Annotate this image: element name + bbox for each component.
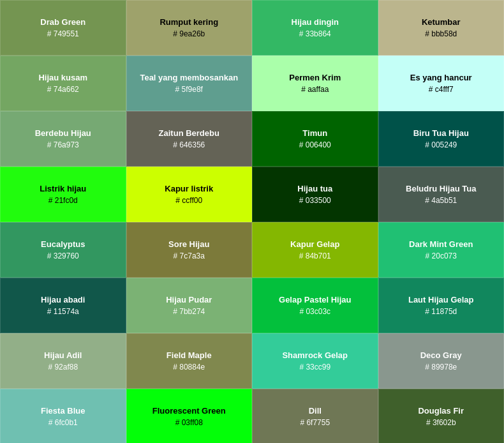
color-name: Es yang hancur [410, 73, 472, 83]
color-name: Teal yang membosankan [140, 73, 238, 83]
color-name: Deco Gray [420, 350, 462, 361]
color-name: Kapur Gelap [290, 239, 339, 250]
color-hex: # 03c03c [299, 307, 330, 316]
color-cell[interactable]: Laut Hijau Gelap# 11875d [378, 278, 505, 333]
color-cell[interactable]: Biru Tua Hijau# 005249 [378, 111, 505, 167]
color-cell[interactable]: Timun# 006400 [252, 111, 378, 167]
color-hex: # 80884e [173, 363, 205, 372]
color-hex: # 7c7a3a [174, 252, 205, 260]
color-name: Kapur listrik [165, 184, 213, 194]
color-name: Drab Green [40, 17, 85, 27]
color-name: Zaitun Berdebu [159, 128, 219, 139]
color-name: Gelap Pastel Hijau [279, 295, 351, 305]
color-name: Timun [302, 128, 327, 139]
color-hex: # 6fc0b1 [48, 418, 78, 427]
color-cell[interactable]: Sore Hijau# 7c7a3a [126, 222, 253, 278]
color-name: Permen Krim [289, 73, 341, 83]
color-cell[interactable]: Hijau kusam# 74a662 [0, 56, 126, 111]
color-cell[interactable]: Hijau Adil# 92af88 [0, 333, 126, 389]
color-hex: # 005249 [425, 140, 457, 149]
color-cell[interactable]: Hijau abadi# 11574a [0, 278, 126, 333]
color-name: Hijau Pudar [166, 295, 212, 305]
color-hex: # 76a973 [47, 140, 79, 149]
color-name: Eucalyptus [41, 239, 85, 250]
color-cell[interactable]: Kapur listrik# ccff00 [126, 167, 253, 222]
color-name: Berdebu Hijau [35, 128, 91, 139]
color-hex: # 92af88 [48, 363, 78, 372]
color-cell[interactable]: Kapur Gelap# 84b701 [252, 222, 378, 278]
color-cell[interactable]: Fiesta Blue# 6fc0b1 [0, 389, 126, 443]
color-cell[interactable]: Drab Green# 749551 [0, 0, 126, 56]
color-hex: # 646356 [173, 140, 205, 149]
color-name: Douglas Fir [418, 406, 464, 416]
color-name: Fluorescent Green [152, 406, 226, 416]
color-cell[interactable]: Shamrock Gelap# 33cc99 [252, 333, 378, 389]
color-hex: # 20c073 [426, 252, 457, 260]
color-cell[interactable]: Fluorescent Green# 03ff08 [126, 389, 253, 443]
color-name: Rumput kering [159, 17, 218, 27]
color-name: Hijau abadi [41, 295, 85, 305]
color-hex: # 3f602b [426, 418, 456, 427]
color-name: Dill [309, 406, 322, 416]
color-name: Biru Tua Hijau [413, 128, 469, 139]
color-hex: # 33b864 [299, 29, 331, 38]
color-hex: # 033500 [299, 196, 331, 205]
color-name: Listrik hijau [40, 184, 86, 194]
color-hex: # 329760 [47, 252, 79, 260]
color-name: Hijau Adil [44, 350, 82, 361]
color-hex: # c4fff7 [429, 85, 454, 94]
color-cell[interactable]: Dark Mint Green# 20c073 [378, 222, 505, 278]
color-cell[interactable]: Permen Krim# aaffaa [252, 56, 378, 111]
color-name: Hijau tua [297, 184, 332, 194]
color-name: Hijau kusam [38, 73, 87, 83]
color-cell[interactable]: Deco Gray# 89978e [378, 333, 505, 389]
color-hex: # 03ff08 [175, 418, 203, 427]
color-cell[interactable]: Beludru Hijau Tua# 4a5b51 [378, 167, 505, 222]
color-name: Sore Hijau [168, 239, 209, 250]
color-cell[interactable]: Zaitun Berdebu# 646356 [126, 111, 253, 167]
color-cell[interactable]: Hijau tua# 033500 [252, 167, 378, 222]
color-hex: # 006400 [299, 140, 331, 149]
color-hex: # aaffaa [301, 85, 329, 94]
color-hex: # 11875d [425, 307, 457, 316]
color-hex: # 749551 [47, 29, 79, 38]
color-hex: # 74a662 [47, 85, 79, 94]
color-hex: # bbb58d [425, 29, 457, 38]
color-hex: # 11574a [47, 307, 79, 316]
color-hex: # 7bb274 [173, 307, 205, 316]
color-name: Shamrock Gelap [282, 350, 348, 361]
color-hex: # 84b701 [299, 252, 331, 260]
color-hex: # ccff00 [175, 196, 202, 205]
color-hex: # 6f7755 [300, 418, 330, 427]
color-name: Beludru Hijau Tua [406, 184, 476, 194]
color-cell[interactable]: Gelap Pastel Hijau# 03c03c [252, 278, 378, 333]
color-cell[interactable]: Dill# 6f7755 [252, 389, 378, 443]
color-hex: # 4a5b51 [425, 196, 457, 205]
color-hex: # 33cc99 [299, 363, 330, 372]
color-cell[interactable]: Douglas Fir# 3f602b [378, 389, 505, 443]
color-name: Fiesta Blue [41, 406, 85, 416]
color-cell[interactable]: Teal yang membosankan# 5f9e8f [126, 56, 253, 111]
color-name: Field Maple [167, 350, 212, 361]
color-cell[interactable]: Ketumbar# bbb58d [378, 0, 505, 56]
color-hex: # 21fc0d [48, 196, 78, 205]
color-hex: # 89978e [425, 363, 457, 372]
color-cell[interactable]: Listrik hijau# 21fc0d [0, 167, 126, 222]
color-name: Dark Mint Green [409, 239, 473, 250]
color-hex: # 9ea26b [173, 29, 205, 38]
color-cell[interactable]: Hijau dingin# 33b864 [252, 0, 378, 56]
color-name: Ketumbar [422, 17, 461, 27]
color-cell[interactable]: Rumput kering# 9ea26b [126, 0, 253, 56]
color-name: Laut Hijau Gelap [408, 295, 474, 305]
color-cell[interactable]: Field Maple# 80884e [126, 333, 253, 389]
color-cell[interactable]: Hijau Pudar# 7bb274 [126, 278, 253, 333]
color-cell[interactable]: Eucalyptus# 329760 [0, 222, 126, 278]
color-cell[interactable]: Es yang hancur# c4fff7 [378, 56, 505, 111]
color-hex: # 5f9e8f [175, 85, 203, 94]
color-grid: Drab Green# 749551Rumput kering# 9ea26bH… [0, 0, 504, 443]
color-cell[interactable]: Berdebu Hijau# 76a973 [0, 111, 126, 167]
color-name: Hijau dingin [292, 17, 339, 27]
